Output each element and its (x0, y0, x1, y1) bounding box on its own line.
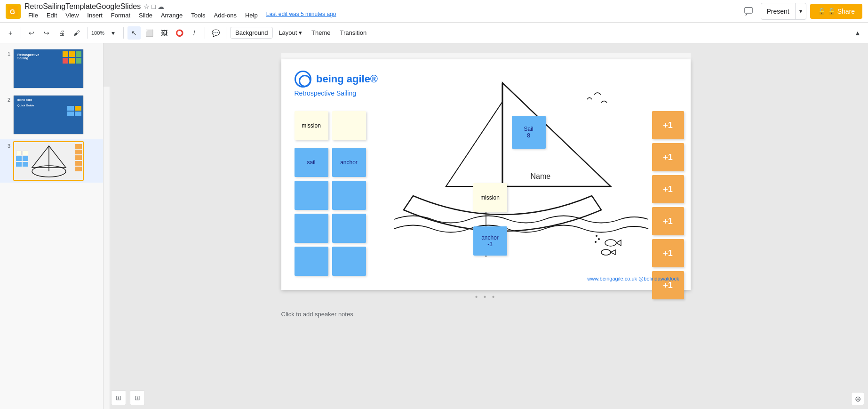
slide-number-2: 2 (4, 97, 10, 103)
speaker-notes[interactable]: Click to add speaker notes (281, 311, 691, 318)
sticky-blue-2[interactable] (332, 181, 366, 210)
sticky-anchor[interactable]: anchor (332, 148, 366, 177)
lock-icon: 🔒 (818, 8, 826, 15)
redo-button[interactable]: ↪ (40, 26, 53, 40)
cursor-tool[interactable]: ↖ (127, 26, 141, 40)
paint-format-button[interactable]: 🖌 (70, 26, 83, 40)
brand-name: being agile® (316, 73, 378, 85)
last-edit: Last edit was 5 minutes ago (266, 11, 336, 20)
sticky-blank-yellow[interactable] (332, 111, 366, 140)
boat-name-label: Name (531, 172, 551, 181)
brand-subtitle: Retrospective Sailing (295, 89, 378, 97)
vertical-ruler (104, 87, 110, 409)
boat-illustration (375, 73, 658, 266)
menu-help[interactable]: Help (241, 11, 262, 20)
menu-arrange[interactable]: Arrange (157, 11, 186, 20)
menu-format[interactable]: Format (107, 11, 134, 20)
title-area: RetroSailingTemplateGoogleSlides ☆ □ ☁ F… (24, 2, 736, 20)
comment-inline-button[interactable]: 💬 (209, 26, 222, 40)
comment-button[interactable] (740, 3, 757, 20)
svg-point-14 (598, 238, 600, 240)
slide-thumb-3[interactable] (13, 141, 84, 181)
transition-button[interactable]: Transition (336, 27, 371, 38)
slide-panel: 1 RetrospectiveSailing 2 (0, 43, 104, 409)
print-button[interactable]: 🖨 (55, 26, 68, 40)
background-button[interactable]: Background (230, 27, 273, 39)
sticky-blue-4[interactable] (332, 214, 366, 243)
plus-one-6[interactable]: +1 (652, 271, 684, 299)
menu-addons[interactable]: Add-ons (210, 11, 240, 20)
menu-bar: File Edit View Insert Format Slide Arran… (24, 11, 736, 20)
line-tool[interactable]: / (188, 26, 201, 40)
cloud-icon[interactable]: ☁ (158, 3, 164, 10)
shape-tool[interactable]: ⭕ (173, 26, 186, 40)
fit-page-button[interactable]: ⊕ (851, 392, 864, 405)
folder-icon[interactable]: □ (151, 3, 155, 10)
sticky-mission[interactable]: mission (295, 111, 328, 140)
sticky-anchor-neg3[interactable]: anchor -3 (473, 226, 507, 256)
menu-edit[interactable]: Edit (43, 11, 61, 20)
theme-button[interactable]: Theme (308, 27, 334, 38)
top-right-actions: Present ▾ 🔒 🔒 Share (740, 3, 863, 20)
sticky-blue-5[interactable] (295, 247, 328, 276)
svg-point-11 (605, 240, 616, 246)
present-dropdown-arrow[interactable]: ▾ (795, 3, 806, 19)
present-button[interactable]: Present ▾ (761, 3, 806, 20)
sticky-sail8[interactable]: Sail 8 (512, 116, 546, 149)
formatting-toolbar: + ↩ ↪ 🖨 🖌 100% ▾ ↖ ⬜ 🖼 ⭕ / 💬 Background … (0, 23, 868, 43)
bottom-nav: ⊞ ⊞ (111, 390, 145, 405)
plus-one-1[interactable]: +1 (652, 111, 684, 139)
grid-view-2[interactable]: ⊞ (130, 390, 145, 405)
slide-thumb-2[interactable]: being agileQuick Guide (13, 95, 84, 135)
plus-one-3[interactable]: +1 (652, 175, 684, 203)
star-icon[interactable]: ☆ (143, 3, 150, 10)
slide-canvas[interactable]: being agile® Retrospective Sailing missi… (281, 59, 691, 290)
layout-button[interactable]: Layout ▾ (275, 27, 306, 38)
sticky-blue-3[interactable] (295, 214, 328, 243)
sticky-blue-6[interactable] (332, 247, 366, 276)
speaker-notes-placeholder: Click to add speaker notes (281, 311, 353, 318)
brand-circle-icon (295, 71, 311, 88)
slide1-title: RetrospectiveSailing (17, 53, 39, 60)
document-title: RetroSailingTemplateGoogleSlides ☆ □ ☁ (24, 2, 736, 11)
zoom-dropdown[interactable]: ▾ (106, 26, 119, 40)
present-label: Present (761, 8, 795, 15)
slide-item-3[interactable]: 3 (0, 139, 103, 183)
menu-insert[interactable]: Insert (83, 11, 106, 20)
undo-button[interactable]: ↩ (25, 26, 38, 40)
svg-line-3 (746, 14, 747, 16)
svg-rect-2 (745, 8, 752, 13)
slide-number-1: 1 (4, 51, 10, 56)
slide-footer: www.beingagile.co.uk @belindawaldock (587, 276, 679, 281)
slide-item-2[interactable]: 2 being agileQuick Guide (0, 93, 103, 136)
grid-view-1[interactable]: ⊞ (111, 390, 126, 405)
zoom-out-button[interactable]: 100% (91, 26, 104, 40)
sticky-blue-1[interactable] (295, 181, 328, 210)
add-button[interactable]: + (4, 26, 17, 40)
slide2-title: being agileQuick Guide (17, 98, 34, 107)
sticky-sail[interactable]: sail (295, 148, 328, 177)
image-tool[interactable]: 🖼 (158, 26, 171, 40)
brand-logo: being agile® Retrospective Sailing (295, 71, 378, 97)
layout-label: Layout (279, 29, 297, 36)
menu-slide[interactable]: Slide (135, 11, 156, 20)
app-logo: G (6, 4, 21, 19)
share-button[interactable]: 🔒 🔒 Share (810, 4, 862, 19)
horizontal-ruler (281, 53, 691, 59)
sticky-mission-boat[interactable]: mission (473, 183, 507, 212)
text-box-tool[interactable]: ⬜ (143, 26, 156, 40)
slide-item-1[interactable]: 1 RetrospectiveSailing (0, 47, 103, 90)
menu-file[interactable]: File (24, 11, 42, 20)
collapse-button[interactable]: ▲ (851, 26, 864, 40)
plus-one-5[interactable]: +1 (652, 239, 684, 267)
menu-view[interactable]: View (62, 11, 82, 20)
svg-point-13 (596, 235, 597, 237)
slide-thumb-1[interactable]: RetrospectiveSailing (13, 49, 84, 88)
slide-dots: • • • (475, 293, 497, 301)
canvas-area: being agile® Retrospective Sailing missi… (104, 43, 868, 409)
doc-title-text: RetroSailingTemplateGoogleSlides (24, 2, 141, 11)
menu-tools[interactable]: Tools (187, 11, 209, 20)
slide-number-3: 3 (4, 143, 10, 149)
plus-one-4[interactable]: +1 (652, 207, 684, 235)
plus-one-2[interactable]: +1 (652, 143, 684, 171)
